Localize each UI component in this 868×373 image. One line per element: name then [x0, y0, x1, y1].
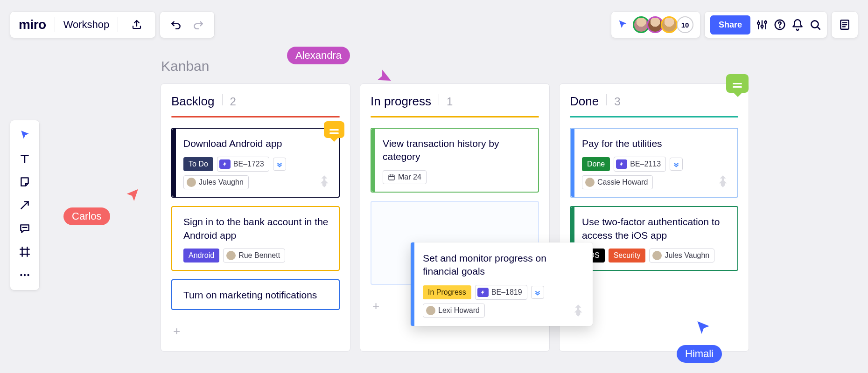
frame-tool-icon[interactable]: [14, 242, 35, 262]
user-avatar[interactable]: [661, 16, 678, 33]
assignee-name: Jules Vaughn: [199, 178, 244, 186]
card-title: Set and monitor progress on financial go…: [423, 252, 583, 278]
follow-cursor-icon[interactable]: [618, 20, 628, 30]
ticket-chip[interactable]: BE–1819: [475, 285, 527, 300]
chip-row: Done BE–2113: [582, 157, 729, 172]
column-header[interactable]: In progress 1: [371, 94, 539, 116]
ticket-id: BE–1819: [491, 288, 522, 297]
column-name: Done: [570, 94, 599, 109]
text-tool-icon[interactable]: [14, 148, 35, 169]
column-header[interactable]: Done 3: [570, 94, 738, 116]
avatar-icon: [187, 178, 196, 187]
kanban-card[interactable]: Sign in to the bank account in the Andro…: [171, 206, 340, 271]
top-bar: miro Workshop 10: [10, 12, 858, 38]
kanban-card-dragging[interactable]: Set and monitor progress on financial go…: [411, 242, 593, 326]
column-header[interactable]: Backlog 2: [171, 94, 340, 116]
column-count: 2: [230, 95, 236, 108]
share-button[interactable]: Share: [710, 15, 750, 35]
assignee-chip[interactable]: Jules Vaughn: [183, 175, 249, 189]
more-tools-icon[interactable]: [14, 265, 35, 285]
assignee-name: Cassie Howard: [597, 178, 648, 186]
column-name: Backlog: [171, 94, 215, 109]
jira-icon: [715, 173, 731, 191]
history-panel: [160, 12, 214, 38]
card-title: Turn on marketing notifications: [183, 289, 330, 302]
column-underline: [570, 116, 738, 117]
divider: [118, 17, 118, 32]
status-chip[interactable]: Done: [582, 157, 610, 171]
ticket-chip[interactable]: BE–1723: [217, 157, 269, 172]
kanban-column-backlog[interactable]: Backlog 2 Download Android app To Do BE–…: [161, 84, 350, 351]
chip-row: Android Rue Bennett: [183, 249, 330, 262]
kanban-card[interactable]: View transaction history by category Mar…: [371, 128, 539, 193]
tag-chip[interactable]: Android: [183, 249, 219, 262]
tag-chip[interactable]: Security: [609, 249, 646, 262]
app-logo[interactable]: miro: [19, 17, 46, 32]
priority-icon[interactable]: [531, 286, 544, 299]
svg-rect-10: [389, 175, 394, 180]
assignee-chip[interactable]: Rue Bennett: [223, 249, 285, 262]
avatar-icon: [226, 251, 236, 260]
cursor-name: Himali: [677, 345, 722, 363]
priority-icon[interactable]: [670, 158, 683, 171]
help-icon[interactable]: [774, 19, 786, 31]
notifications-icon[interactable]: [791, 19, 804, 31]
chip-row: Lexi Howard: [423, 304, 583, 318]
chip-row: To Do BE–1723: [183, 157, 330, 172]
activity-feed-button[interactable]: [832, 12, 858, 38]
assignee-chip[interactable]: Lexi Howard: [423, 304, 485, 318]
assignee-name: Rue Bennett: [238, 251, 280, 260]
ticket-chip[interactable]: BE–2113: [614, 157, 666, 172]
side-toolbar: [10, 120, 39, 290]
sticky-note-tool-icon[interactable]: [14, 172, 35, 192]
comment-tool-icon[interactable]: [14, 218, 35, 239]
divider: [606, 94, 607, 105]
divider: [222, 94, 223, 105]
chip-row: Jules Vaughn: [183, 175, 330, 189]
svg-point-2: [764, 21, 767, 23]
status-chip[interactable]: In Progress: [423, 285, 471, 299]
svg-point-4: [779, 27, 780, 28]
arrow-tool-icon[interactable]: [14, 195, 35, 215]
add-card-button[interactable]: +: [171, 325, 340, 337]
avatar-stack[interactable]: 10: [633, 16, 693, 33]
comment-bubble-icon[interactable]: [324, 121, 344, 138]
bolt-icon: [616, 159, 627, 169]
column-name: In progress: [371, 94, 431, 109]
assignee-name: Jules Vaughn: [665, 251, 709, 260]
search-icon[interactable]: [809, 19, 821, 31]
card-list: Pay for the utilities Done BE–2113: [570, 128, 738, 271]
assignee-chip[interactable]: Jules Vaughn: [649, 249, 714, 262]
board-name[interactable]: Workshop: [63, 19, 110, 31]
kanban-card[interactable]: Download Android app To Do BE–1723: [171, 128, 340, 198]
svg-point-0: [757, 22, 760, 24]
kanban-card[interactable]: Turn on marketing notifications: [171, 279, 340, 310]
comment-bubble-icon[interactable]: [726, 74, 749, 93]
undo-icon[interactable]: [166, 14, 186, 35]
svg-point-1: [761, 25, 763, 28]
chip-row: Cassie Howard: [582, 175, 729, 189]
cursor-name: Alexandra: [287, 47, 350, 64]
kanban-card[interactable]: Pay for the utilities Done BE–2113: [570, 128, 738, 198]
bolt-icon: [219, 159, 231, 169]
board-frame-title[interactable]: Kanban: [161, 58, 209, 74]
export-icon[interactable]: [126, 14, 147, 35]
select-tool-icon[interactable]: [14, 125, 35, 145]
jira-icon: [570, 303, 586, 320]
redo-icon[interactable]: [188, 14, 209, 35]
status-chip[interactable]: To Do: [183, 157, 213, 171]
divider: [55, 17, 55, 32]
avatar-overflow-count[interactable]: 10: [677, 16, 693, 33]
chip-row: Mar 24: [383, 170, 530, 184]
priority-icon[interactable]: [273, 158, 286, 171]
date-chip[interactable]: Mar 24: [383, 170, 427, 184]
column-count: 1: [447, 95, 453, 108]
settings-icon[interactable]: [756, 19, 768, 31]
card-title: Sign in to the bank account in the Andro…: [183, 215, 330, 242]
card-title: Use two-factor authentication to access …: [582, 215, 729, 242]
avatar-icon: [585, 178, 595, 187]
column-underline: [171, 116, 340, 117]
logo-panel: miro Workshop: [10, 12, 155, 38]
assignee-chip[interactable]: Cassie Howard: [582, 175, 653, 189]
kanban-card[interactable]: Use two-factor authentication to access …: [570, 206, 738, 271]
